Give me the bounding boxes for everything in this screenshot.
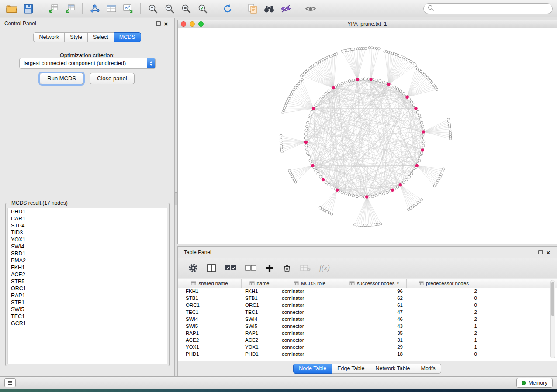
network-dominator-node[interactable] (322, 178, 325, 181)
network-node[interactable] (436, 88, 438, 91)
network-dominator-node[interactable] (356, 78, 359, 81)
network-node[interactable] (422, 137, 425, 139)
network-node[interactable] (375, 47, 378, 50)
show-all-eye-icon[interactable] (303, 2, 318, 15)
network-node[interactable] (410, 101, 413, 103)
export-image-icon[interactable] (121, 2, 135, 15)
run-mcds-button[interactable]: Run MCDS (40, 73, 83, 84)
mcds-result-item[interactable]: PMA2 (8, 257, 167, 264)
network-dominator-node[interactable] (415, 164, 418, 167)
network-dominator-node[interactable] (365, 195, 368, 198)
table-row[interactable]: YOX1YOX1connector291 (178, 344, 557, 351)
network-node[interactable] (379, 193, 381, 196)
network-node[interactable] (399, 90, 402, 93)
network-dominator-node[interactable] (304, 141, 308, 144)
network-dominator-node[interactable] (311, 164, 314, 167)
network-node[interactable] (304, 137, 307, 139)
network-node[interactable] (370, 47, 373, 49)
network-node[interactable] (421, 125, 424, 128)
network-node[interactable] (393, 86, 396, 88)
network-node[interactable] (418, 114, 421, 117)
mcds-result-item[interactable]: ORC1 (8, 285, 167, 292)
tab-select[interactable]: Select (87, 32, 114, 42)
zoom-out-icon[interactable] (162, 2, 177, 15)
search-box[interactable] (423, 3, 553, 14)
network-canvas[interactable] (178, 28, 557, 244)
open-folder-icon[interactable] (4, 2, 19, 15)
network-node[interactable] (368, 46, 371, 49)
network-node[interactable] (402, 181, 405, 183)
network-node[interactable] (420, 152, 423, 155)
network-node[interactable] (282, 112, 284, 114)
mcds-result-item[interactable]: RAP1 (8, 292, 167, 299)
add-row-icon[interactable] (265, 261, 274, 275)
network-node[interactable] (330, 213, 333, 215)
network-node[interactable] (379, 80, 381, 83)
memory-button[interactable]: Memory (516, 378, 553, 388)
network-node[interactable] (396, 186, 399, 188)
network-node[interactable] (315, 104, 317, 107)
network-node[interactable] (433, 185, 436, 187)
network-node[interactable] (382, 81, 385, 83)
network-node[interactable] (341, 82, 343, 85)
network-dominator-node[interactable] (336, 188, 339, 191)
mcds-result-item[interactable]: SRD1 (8, 250, 167, 257)
mcds-result-item[interactable]: TEC1 (8, 313, 167, 320)
table-tab-node-table[interactable]: Node Table (293, 364, 332, 374)
save-icon[interactable] (21, 2, 36, 15)
search-input[interactable] (436, 6, 548, 12)
network-node[interactable] (315, 169, 317, 172)
network-node[interactable] (304, 133, 307, 135)
table-tab-edge-table[interactable]: Edge Table (332, 364, 370, 374)
table-row[interactable]: ACE2ACE2connector311 (178, 337, 557, 344)
table-row[interactable]: STB1STB1dominator620 (178, 295, 557, 302)
mcds-result-item[interactable]: ACE2 (8, 271, 167, 278)
new-network-icon[interactable] (87, 2, 102, 15)
network-node[interactable] (291, 91, 294, 93)
network-node[interactable] (386, 191, 389, 194)
network-node[interactable] (356, 195, 358, 198)
network-node[interactable] (290, 93, 293, 96)
mcds-result-item[interactable]: STB5 (8, 278, 167, 285)
mcds-result-item[interactable]: YOX1 (8, 236, 167, 243)
refresh-icon[interactable] (220, 2, 235, 15)
network-node[interactable] (420, 121, 423, 124)
network-node[interactable] (418, 159, 421, 162)
network-dominator-node[interactable] (399, 183, 402, 186)
table-row[interactable]: SWI4SWI4dominator462 (178, 316, 557, 323)
network-node[interactable] (308, 118, 310, 120)
network-node[interactable] (319, 98, 322, 100)
network-node[interactable] (283, 109, 285, 112)
network-node[interactable] (375, 194, 377, 197)
float-panel-icon[interactable] (536, 249, 544, 256)
unselect-all-icon[interactable] (245, 261, 256, 275)
clone-network-icon[interactable] (245, 2, 260, 15)
close-panel-icon[interactable]: × (162, 20, 170, 27)
network-node[interactable] (319, 175, 322, 178)
network-node[interactable] (301, 79, 304, 81)
network-dominator-node[interactable] (391, 188, 394, 191)
network-node[interactable] (410, 172, 413, 175)
mcds-result-item[interactable]: FKH1 (8, 264, 167, 271)
network-node[interactable] (307, 152, 309, 155)
network-node[interactable] (363, 78, 366, 80)
network-dominator-node[interactable] (387, 83, 390, 86)
network-node[interactable] (382, 193, 385, 195)
mcds-result-item[interactable]: STB1 (8, 299, 167, 306)
network-node[interactable] (306, 148, 308, 151)
network-node[interactable] (408, 208, 410, 211)
network-node[interactable] (317, 101, 319, 103)
column-header-successor-nodes[interactable]: successor nodes ▾ (342, 279, 407, 288)
network-node[interactable] (305, 144, 308, 147)
network-node[interactable] (352, 194, 355, 197)
network-node[interactable] (321, 208, 324, 211)
network-node[interactable] (348, 80, 351, 83)
mcds-result-item[interactable]: GCR1 (8, 320, 167, 327)
status-menu-button[interactable] (4, 378, 16, 387)
table-row[interactable]: RAP1RAP1dominator352 (178, 330, 557, 337)
network-node[interactable] (325, 181, 327, 183)
column-header-name[interactable]: name (242, 279, 277, 288)
network-node[interactable] (319, 206, 322, 209)
network-node[interactable] (288, 169, 291, 172)
network-dominator-node[interactable] (405, 96, 408, 99)
